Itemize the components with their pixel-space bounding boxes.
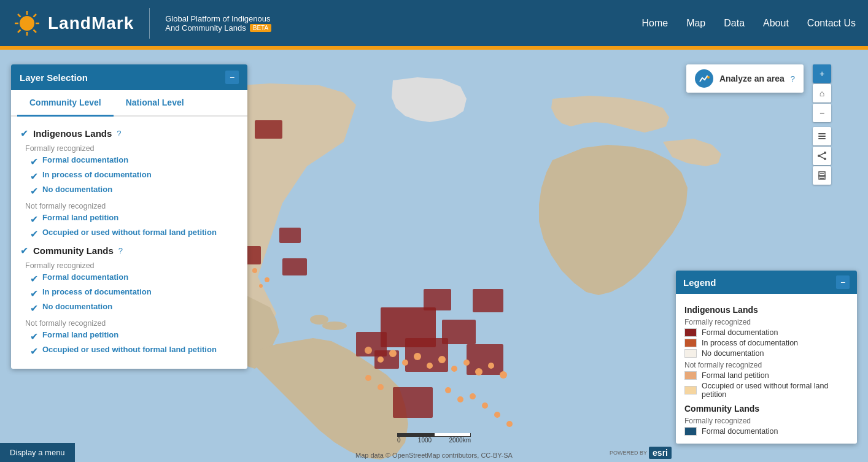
occupied-label: Occupied or used without formal land pet… [42, 228, 217, 237]
in-process-swatch [684, 339, 697, 347]
occupied-swatch [684, 386, 697, 395]
no-doc-swatch [684, 349, 697, 358]
community-lands-title: Community Lands [33, 245, 114, 256]
legend-panel: Legend − Indigenous Lands Formally recog… [676, 271, 857, 444]
indigenous-occupied[interactable]: ✔ Occupied or used without formal land p… [30, 228, 238, 240]
svg-point-51 [457, 396, 463, 402]
legend-land-petition: Formal land petition [684, 371, 848, 380]
svg-point-37 [378, 356, 384, 363]
community-in-process-label: In process of documentation [42, 287, 152, 296]
scale-labels: 0 1000 2000km [397, 437, 471, 444]
tab-community-level[interactable]: Community Level [17, 90, 114, 117]
svg-point-40 [414, 353, 421, 360]
esri-logo-text: esri [649, 447, 672, 459]
indigenous-lands-title: Indigenous Lands [33, 128, 112, 139]
svg-point-41 [427, 363, 433, 369]
zoom-out-button[interactable]: − [813, 104, 831, 122]
svg-line-6 [34, 29, 37, 33]
svg-point-9 [22, 18, 32, 28]
svg-rect-25 [442, 320, 476, 344]
layer-content: ✔ Indigenous Lands ? Formally recognized… [11, 117, 247, 369]
svg-point-38 [389, 350, 397, 357]
svg-rect-66 [818, 138, 826, 139]
nav-map[interactable]: Map [686, 18, 705, 29]
indigenous-formal-doc[interactable]: ✔ Formal documentation [30, 155, 238, 167]
svg-rect-28 [473, 289, 503, 312]
map-scale: 0 1000 2000km [397, 433, 471, 444]
legend-content: Indigenous Lands Formally recognized For… [676, 294, 857, 444]
legend-indigenous-not-formally-label: Not formally recognized [684, 361, 848, 369]
nav: Home Map Data About Contact Us [641, 18, 856, 29]
layers-icon [817, 131, 827, 141]
indigenous-lands-help-icon[interactable]: ? [117, 129, 121, 138]
nav-data[interactable]: Data [724, 18, 745, 29]
svg-point-61 [265, 277, 269, 282]
map-attribution: Map data © OpenStreetMap contributors, C… [355, 452, 513, 459]
svg-point-50 [445, 387, 451, 393]
home-button[interactable]: ⌂ [813, 84, 831, 102]
layer-panel-minimize[interactable]: − [225, 71, 239, 84]
svg-point-49 [378, 384, 384, 390]
svg-point-55 [506, 421, 513, 427]
analyze-icon [695, 69, 713, 88]
orange-bar [0, 46, 868, 50]
land-petition-label: Formal land petition [42, 213, 118, 222]
layer-tabs: Community Level National Level [11, 90, 247, 117]
community-formal-doc-swatch [684, 427, 697, 436]
logo-area: LandMark Global Platform of Indigenous A… [12, 8, 271, 39]
nav-home[interactable]: Home [641, 18, 668, 29]
formal-doc-legend-label: Formal documentation [702, 328, 778, 337]
share-button[interactable] [813, 147, 831, 165]
svg-point-46 [488, 363, 494, 369]
community-formally-recognized-label: Formally recognized [25, 261, 238, 270]
community-no-doc[interactable]: ✔ No documentation [30, 302, 238, 314]
community-in-process-check-icon: ✔ [30, 288, 38, 299]
community-formal-doc[interactable]: ✔ Formal documentation [30, 272, 238, 285]
community-land-petition[interactable]: ✔ Formal land petition [30, 330, 238, 342]
svg-rect-15 [255, 120, 282, 139]
community-not-formally-label: Not formally recognized [25, 319, 238, 328]
display-menu-button[interactable]: Display a menu [0, 443, 75, 462]
print-button[interactable] [813, 166, 831, 185]
indigenous-formally-recognized-label: Formally recognized [25, 144, 238, 153]
svg-point-63 [707, 76, 710, 79]
layer-panel-title: Layer Selection [20, 72, 88, 83]
legend-in-process: In process of documentation [684, 339, 848, 347]
svg-rect-19 [279, 228, 301, 243]
community-occupied[interactable]: ✔ Occupied or used without formal land p… [30, 345, 238, 357]
community-lands-check-icon: ✔ [20, 245, 28, 256]
legend-community-formal-doc: Formal documentation [684, 427, 848, 436]
indigenous-in-process[interactable]: ✔ In process of documentation [30, 170, 238, 182]
scale-left: 0 [397, 437, 401, 444]
analyze-help-icon[interactable]: ? [791, 74, 795, 83]
tab-national-level[interactable]: National Level [114, 90, 196, 117]
community-no-doc-label: No documentation [42, 302, 112, 311]
landmark-logo [12, 9, 42, 38]
indigenous-no-doc[interactable]: ✔ No documentation [30, 185, 238, 197]
logo-subtitle-line2: And Community Lands [165, 23, 246, 33]
indigenous-land-petition[interactable]: ✔ Formal land petition [30, 213, 238, 225]
community-occupied-check-icon: ✔ [30, 345, 38, 357]
svg-rect-76 [820, 178, 824, 179]
layers-button[interactable] [813, 127, 831, 145]
community-occupied-label: Occupied or used without formal land pet… [42, 345, 217, 354]
legend-indigenous-formally-label: Formally recognized [684, 318, 848, 326]
svg-rect-27 [424, 289, 451, 310]
nav-contact[interactable]: Contact Us [807, 18, 856, 29]
scale-mid: 1000 [418, 437, 432, 444]
svg-rect-21 [282, 258, 307, 275]
zoom-in-button[interactable]: + [813, 64, 831, 83]
nav-about[interactable]: About [763, 18, 789, 29]
community-in-process[interactable]: ✔ In process of documentation [30, 287, 238, 299]
indigenous-lands-check-icon: ✔ [20, 128, 28, 139]
analyze-widget[interactable]: Analyze an area ? [686, 64, 804, 93]
share-icon [817, 151, 827, 161]
print-icon [817, 171, 827, 180]
community-formal-doc-label: Formal documentation [42, 272, 128, 282]
legend-minimize-button[interactable]: − [836, 275, 850, 289]
in-process-legend-label: In process of documentation [702, 339, 798, 347]
in-process-label: In process of documentation [42, 170, 152, 179]
svg-rect-65 [818, 136, 826, 137]
svg-point-45 [475, 368, 482, 375]
community-lands-help-icon[interactable]: ? [118, 246, 123, 255]
